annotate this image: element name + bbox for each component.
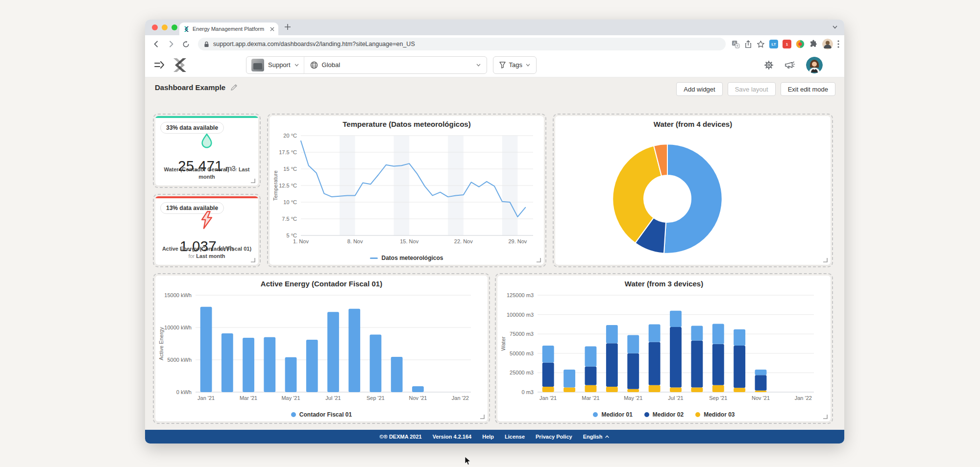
minimize-window-button[interactable] bbox=[162, 24, 168, 30]
navbar-right bbox=[764, 57, 835, 73]
resize-handle[interactable] bbox=[823, 414, 828, 419]
dexma-favicon bbox=[183, 26, 190, 32]
forward-button[interactable] bbox=[165, 38, 177, 50]
water-donut-card: Water (from 4 devices) bbox=[555, 116, 831, 265]
address-bar[interactable]: support.app.dexma.com/dashboardsv2/landi… bbox=[198, 38, 726, 50]
save-layout-button[interactable]: Save layout bbox=[728, 82, 776, 96]
extension-icon-circle[interactable] bbox=[796, 40, 805, 48]
chevron-down-icon bbox=[476, 64, 481, 67]
gauge-accent-bar bbox=[155, 116, 258, 118]
data-available-badge: 33% data available bbox=[160, 122, 224, 134]
water-stacked-chart: 0 m325000 m350000 m375000 m3100000 m3125… bbox=[498, 290, 828, 406]
legend-item[interactable]: Medidor 03 bbox=[695, 411, 735, 418]
svg-text:125000 m3: 125000 m3 bbox=[507, 292, 534, 298]
water-gauge-card: 33% data available 25.471m3 Water (Conta… bbox=[155, 116, 258, 186]
active-energy-chart-card: Active Energy (Contador Fiscal 01) 0 kWh… bbox=[155, 276, 488, 421]
tags-label: Tags bbox=[509, 61, 522, 69]
sidebar-toggle-icon[interactable] bbox=[154, 61, 165, 69]
dexma-logo bbox=[172, 58, 188, 72]
widget-temperature-chart[interactable]: Temperature (Datos meteorológicos) 5 °C7… bbox=[267, 114, 546, 267]
search-tabs-icon[interactable] bbox=[833, 25, 837, 29]
reload-button[interactable] bbox=[179, 38, 192, 50]
browser-profile-avatar[interactable] bbox=[822, 39, 833, 49]
svg-text:15 °C: 15 °C bbox=[283, 166, 297, 172]
svg-text:12.5 °C: 12.5 °C bbox=[279, 183, 297, 188]
svg-text:17.5 °C: 17.5 °C bbox=[279, 149, 297, 155]
footer-link-license[interactable]: License bbox=[505, 434, 525, 440]
translate-icon[interactable]: A bbox=[732, 40, 740, 48]
bookmark-star-icon[interactable] bbox=[757, 40, 765, 48]
svg-text:10000 kWh: 10000 kWh bbox=[164, 325, 192, 330]
back-button[interactable] bbox=[150, 38, 163, 50]
resize-handle[interactable] bbox=[250, 257, 255, 262]
svg-text:0 kWh: 0 kWh bbox=[176, 389, 192, 395]
browser-window: Energy Management Platform support bbox=[145, 20, 844, 444]
user-avatar[interactable] bbox=[806, 57, 823, 73]
extensions-puzzle-icon[interactable] bbox=[809, 40, 818, 48]
widget-energy-gauge[interactable]: 13% data available 1.037kWh Active Energ… bbox=[153, 194, 261, 267]
legend-item[interactable]: Medidor 01 bbox=[593, 411, 632, 418]
settings-gear-icon[interactable] bbox=[764, 60, 774, 70]
svg-text:Sep '21: Sep '21 bbox=[367, 395, 385, 401]
edit-pencil-icon[interactable] bbox=[230, 84, 238, 91]
app-footer: ©® DEXMA 2021 Version 4.2.164 Help Licen… bbox=[145, 430, 844, 444]
footer-version: Version 4.2.164 bbox=[433, 434, 472, 440]
browser-tab[interactable]: Energy Management Platform bbox=[179, 23, 278, 35]
organization-logo bbox=[251, 59, 264, 71]
share-icon[interactable] bbox=[744, 40, 752, 48]
tags-filter-button[interactable]: Tags bbox=[493, 56, 537, 74]
close-tab-icon[interactable] bbox=[270, 27, 274, 31]
new-tab-button[interactable] bbox=[284, 23, 291, 30]
widget-active-energy-chart[interactable]: Active Energy (Contador Fiscal 01) 0 kWh… bbox=[153, 273, 490, 424]
resize-handle[interactable] bbox=[250, 178, 255, 183]
announcements-megaphone-icon[interactable] bbox=[784, 60, 795, 70]
site-label: Global bbox=[322, 61, 341, 69]
gauge-subtitle: Water (Contador General) for Last month bbox=[159, 166, 254, 181]
close-window-button[interactable] bbox=[152, 24, 158, 30]
resize-handle[interactable] bbox=[480, 414, 485, 419]
widget-water-gauge[interactable]: 33% data available 25.471m3 Water (Conta… bbox=[153, 114, 261, 188]
extension-icon-red[interactable]: 1 bbox=[783, 40, 791, 48]
language-selector[interactable]: English bbox=[583, 434, 610, 440]
svg-text:5000 kWh: 5000 kWh bbox=[167, 357, 192, 363]
tab-strip: Energy Management Platform bbox=[145, 20, 844, 35]
legend-item[interactable]: Contador Fiscal 01 bbox=[291, 411, 352, 418]
maximize-window-button[interactable] bbox=[172, 24, 177, 30]
svg-text:15. Nov: 15. Nov bbox=[400, 238, 418, 244]
resize-handle[interactable] bbox=[536, 257, 541, 262]
organization-dropdown[interactable]: Support bbox=[246, 57, 304, 73]
site-dropdown[interactable]: Global bbox=[304, 57, 487, 73]
legend-item[interactable]: Medidor 02 bbox=[644, 411, 684, 418]
svg-text:May '21: May '21 bbox=[281, 395, 300, 401]
browser-menu-kebab-icon[interactable] bbox=[837, 40, 839, 48]
svg-text:29. Nov: 29. Nov bbox=[508, 238, 527, 244]
legend-item[interactable]: Datos meteorológicos bbox=[370, 255, 443, 261]
footer-link-help[interactable]: Help bbox=[482, 434, 494, 440]
widget-water-stacked-chart[interactable]: Water (from 3 devices) 0 m325000 m350000… bbox=[495, 273, 833, 424]
svg-text:Sep '21: Sep '21 bbox=[709, 395, 727, 401]
chart-title: Temperature (Datos meteorológicos) bbox=[270, 120, 544, 128]
svg-text:5 °C: 5 °C bbox=[286, 233, 297, 238]
chart-legend: Datos meteorológicos bbox=[270, 255, 544, 261]
svg-text:Jan '21: Jan '21 bbox=[539, 395, 557, 401]
chart-legend: Medidor 01 Medidor 02 Medidor 03 bbox=[497, 411, 831, 418]
svg-text:Water: Water bbox=[500, 336, 506, 350]
resize-handle[interactable] bbox=[823, 257, 828, 262]
globe-icon bbox=[310, 61, 318, 69]
extension-icon-lt[interactable]: LT bbox=[769, 40, 778, 48]
chart-title: Water (from 4 devices) bbox=[555, 120, 831, 128]
svg-text:Jan '22: Jan '22 bbox=[452, 395, 469, 401]
svg-text:22. Nov: 22. Nov bbox=[454, 238, 473, 244]
chevron-down-icon bbox=[294, 64, 299, 67]
chart-title: Active Energy (Contador Fiscal 01) bbox=[155, 280, 488, 288]
footer-link-privacy[interactable]: Privacy Policy bbox=[536, 434, 572, 440]
exit-edit-mode-button[interactable]: Exit edit mode bbox=[781, 82, 835, 96]
tab-title: Energy Management Platform bbox=[193, 26, 267, 32]
svg-text:20 °C: 20 °C bbox=[283, 133, 297, 139]
chart-legend: Contador Fiscal 01 bbox=[155, 411, 488, 418]
svg-text:Temperature: Temperature bbox=[272, 170, 278, 201]
widget-water-donut[interactable]: Water (from 4 devices) bbox=[553, 114, 833, 267]
svg-text:Jul '21: Jul '21 bbox=[668, 395, 683, 401]
svg-text:8. Nov: 8. Nov bbox=[347, 238, 363, 244]
add-widget-button[interactable]: Add widget bbox=[676, 82, 722, 96]
